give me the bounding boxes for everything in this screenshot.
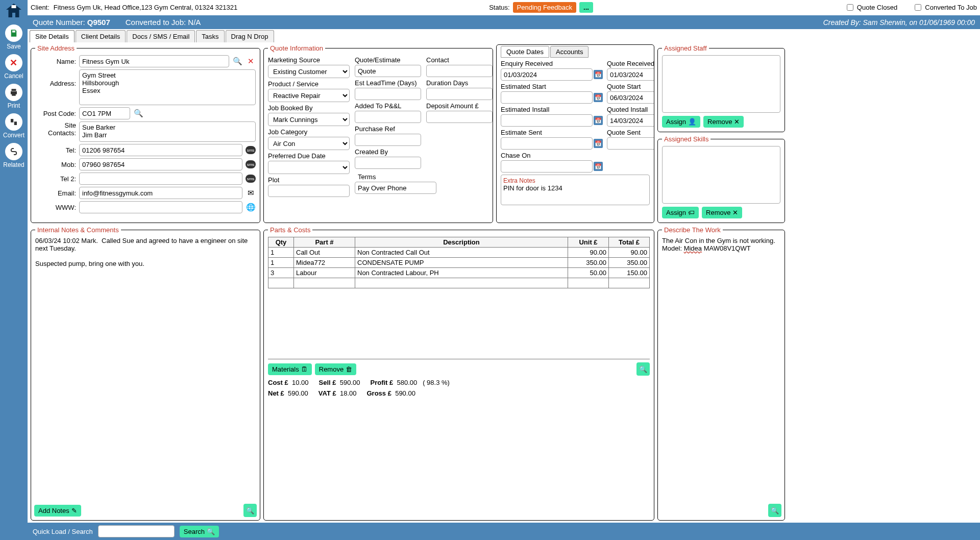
table-row[interactable]: 3LabourNon Contracted Labour, PH50.00150… <box>268 268 650 278</box>
preferred-due-select[interactable] <box>268 161 350 174</box>
plot-input[interactable] <box>268 185 350 197</box>
save-button[interactable]: Save <box>5 24 22 50</box>
leadtime-input[interactable] <box>355 88 421 100</box>
tel2-input[interactable] <box>79 173 242 185</box>
job-category-select[interactable]: Air Con <box>268 137 350 150</box>
tab-client-details[interactable]: Client Details <box>76 30 126 42</box>
sell-value: 590.00 <box>340 379 360 386</box>
status-label: Status: <box>489 4 509 11</box>
svg-rect-0 <box>12 5 16 8</box>
site-name-input[interactable] <box>79 55 229 67</box>
quote-received-input[interactable] <box>607 68 654 81</box>
deposit-input[interactable] <box>426 111 493 123</box>
cancel-button[interactable]: ✕ Cancel <box>4 54 23 80</box>
quote-closed-checkbox[interactable]: Quote Closed <box>845 3 898 12</box>
zoom-icon[interactable]: 🔍 <box>636 362 650 376</box>
staff-list[interactable] <box>662 55 780 113</box>
table-row[interactable] <box>268 278 650 288</box>
calendar-icon[interactable]: 📅 <box>594 139 603 148</box>
product-service-select[interactable]: Reactive Repair <box>268 89 350 102</box>
print-button[interactable]: Print <box>5 84 22 109</box>
notes-textarea[interactable]: 06/03/24 10:02 Mark. Called Sue and agre… <box>35 237 256 498</box>
remove-part-button[interactable]: Remove 🗑 <box>315 363 356 375</box>
extra-notes-box[interactable]: Extra Notes PIN for door is 1234 <box>501 175 650 205</box>
purchase-ref-input[interactable] <box>355 134 421 146</box>
converted-job-checkbox[interactable]: Converted To Job <box>913 3 977 12</box>
svg-rect-1 <box>11 119 13 122</box>
search-icon[interactable]: 🔍 <box>232 56 242 66</box>
describe-work-panel: Describe The Work The Air Con in the Gym… <box>657 226 785 521</box>
sms-icon[interactable]: sms <box>246 160 256 168</box>
converted-value: N/A <box>188 18 201 27</box>
parts-table[interactable]: Qty Part # Description Unit £ Total £ 1C… <box>268 237 650 288</box>
site-address-panel: Site Address Name: 🔍 ✕ Address: Gym Stre… <box>31 44 260 223</box>
calendar-icon[interactable]: 📅 <box>594 162 603 171</box>
contact-input[interactable] <box>426 65 493 77</box>
remove-staff-button[interactable]: Remove ✕ <box>703 116 744 128</box>
clear-icon[interactable]: ✕ <box>246 56 256 66</box>
quick-search-input[interactable] <box>98 525 175 537</box>
zoom-icon[interactable]: 🔍 <box>768 504 781 517</box>
mob-input[interactable] <box>79 158 242 170</box>
convert-button[interactable]: Convert <box>3 113 24 139</box>
logo-icon <box>5 2 23 20</box>
zoom-icon[interactable]: 🔍 <box>243 504 257 517</box>
assign-skill-button[interactable]: Assign 🏷 <box>662 207 699 218</box>
remove-skill-button[interactable]: Remove ✕ <box>702 207 742 218</box>
calendar-icon[interactable]: 📅 <box>594 70 603 79</box>
materials-button[interactable]: Materials 🗓 <box>268 363 312 375</box>
email-icon[interactable]: ✉ <box>246 188 256 198</box>
assign-staff-button[interactable]: Assign 👤 <box>662 116 700 128</box>
parts-costs-panel: Parts & Costs Qty Part # Description Uni… <box>263 226 654 521</box>
quote-estimate-input[interactable] <box>355 65 421 77</box>
postcode-search-icon[interactable]: 🔍 <box>133 108 143 118</box>
tab-docs[interactable]: Docs / SMS / Email <box>127 30 195 42</box>
sms-icon[interactable]: sms <box>246 146 256 154</box>
enquiry-received-input[interactable] <box>501 68 593 81</box>
related-button[interactable]: Related <box>3 143 24 168</box>
www-input[interactable] <box>79 201 242 213</box>
email-input[interactable] <box>79 187 242 199</box>
status-more-button[interactable]: ... <box>579 2 593 13</box>
gross-value: 590.00 <box>395 389 415 397</box>
describe-text[interactable]: The Air Con in the Gym is not working. M… <box>662 237 780 252</box>
tab-site-details[interactable]: Site Details <box>30 30 75 42</box>
tel-input[interactable] <box>79 144 242 156</box>
tabs-bar: Site Details Client Details Docs / SMS /… <box>28 29 980 42</box>
table-row[interactable]: 1Call OutNon Contracted Call Out90.0090.… <box>268 248 650 258</box>
job-booked-by-select[interactable]: Mark Cunnings <box>268 113 350 126</box>
chase-on-input[interactable] <box>501 160 593 173</box>
postcode-input[interactable] <box>79 107 130 119</box>
sms-icon[interactable]: sms <box>246 175 256 183</box>
svg-rect-2 <box>14 121 17 125</box>
tab-accounts[interactable]: Accounts <box>550 46 589 58</box>
terms-input[interactable] <box>355 182 436 194</box>
table-row[interactable]: 1Midea772CONDENSATE PUMP350.00350.00 <box>268 258 650 268</box>
globe-icon[interactable]: 🌐 <box>246 202 256 212</box>
quote-info-panel: Quote Information Marketing Source Exist… <box>263 44 493 223</box>
quote-sent-input[interactable] <box>607 137 654 150</box>
site-contacts-input[interactable]: Sue Barker Jim Barr <box>79 121 256 142</box>
est-start-input[interactable] <box>501 91 593 104</box>
calendar-icon[interactable]: 📅 <box>594 116 603 125</box>
duration-input[interactable] <box>426 88 493 100</box>
vat-value: 18.00 <box>340 389 357 397</box>
created-by-input[interactable] <box>355 157 421 169</box>
marketing-source-select[interactable]: Existing Customer <box>268 65 350 78</box>
calendar-icon[interactable]: 📅 <box>594 93 603 102</box>
quoted-install-input[interactable] <box>607 114 654 127</box>
quote-info-bar: Quote Number: Q9507 Converted to Job: N/… <box>28 15 980 29</box>
site-address-input[interactable]: Gym Street Hillsborough Essex <box>79 69 256 105</box>
search-button[interactable]: Search 🔍 <box>180 526 219 537</box>
add-notes-button[interactable]: Add Notes ✎ <box>34 505 81 517</box>
tab-quote-dates[interactable]: Quote Dates <box>501 46 549 58</box>
tab-dragndrop[interactable]: Drag N Drop <box>226 30 274 42</box>
quote-start-input[interactable] <box>607 91 654 104</box>
est-sent-input[interactable] <box>501 137 593 150</box>
tab-tasks[interactable]: Tasks <box>196 30 224 42</box>
est-install-input[interactable] <box>501 114 593 127</box>
pandl-input[interactable] <box>355 111 421 123</box>
status-badge[interactable]: Pending Feedback <box>513 2 576 13</box>
skills-list[interactable] <box>662 146 780 204</box>
left-toolbar: Save ✕ Cancel Print Convert Related <box>0 0 28 540</box>
